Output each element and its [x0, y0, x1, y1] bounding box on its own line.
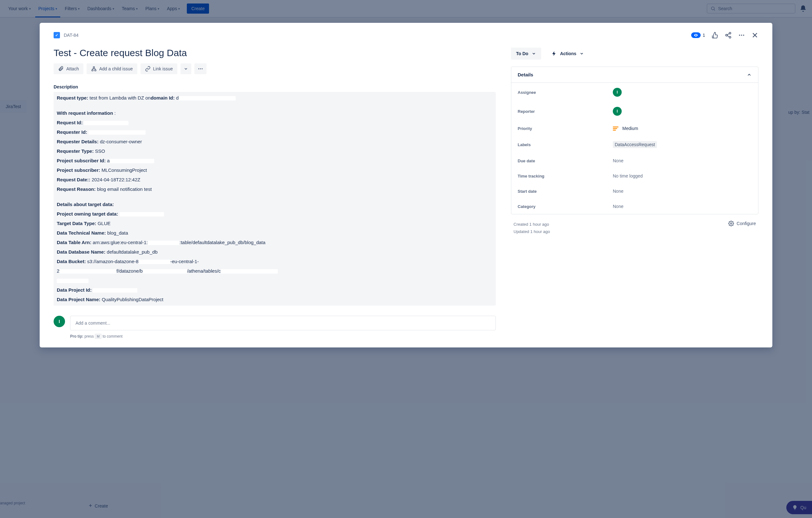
link-issue-button[interactable]: Link issue [141, 63, 177, 74]
current-user-avatar: I [54, 316, 65, 327]
assignee-field[interactable]: Assignee I [511, 83, 758, 102]
label-tag[interactable]: DataAccessRequest [613, 141, 657, 148]
more-icon [738, 32, 745, 39]
close-button[interactable] [751, 32, 758, 39]
protip-text: Pro tip: press M to comment [70, 334, 496, 339]
link-issue-dropdown[interactable] [180, 63, 191, 74]
labels-field[interactable]: Labels DataAccessRequest [511, 136, 758, 153]
share-icon [725, 32, 732, 39]
reporter-avatar: I [613, 107, 622, 116]
assignee-avatar: I [613, 88, 622, 97]
chevron-down-icon [531, 51, 536, 56]
svg-point-4 [729, 36, 731, 38]
issue-type-icon [54, 32, 60, 38]
svg-line-6 [727, 35, 729, 37]
svg-rect-14 [94, 70, 96, 71]
svg-point-2 [729, 32, 731, 34]
chevron-down-icon [580, 51, 584, 56]
configure-button[interactable]: Configure [728, 221, 756, 226]
reporter-field[interactable]: Reporter I [511, 102, 758, 121]
add-child-issue-button[interactable]: Add a child issue [87, 63, 137, 74]
link-icon [145, 66, 151, 72]
timestamps: Created 1 hour ago Updated 1 hour ago [514, 221, 550, 236]
category-field[interactable]: Category None [511, 199, 758, 214]
svg-point-9 [743, 35, 745, 36]
svg-point-18 [730, 223, 732, 224]
attach-icon [58, 66, 64, 72]
issue-title[interactable]: Test - Create request Blog Data [54, 48, 496, 58]
details-panel: Details Assignee I Reporter I [511, 67, 758, 214]
thumbs-up-icon [712, 32, 719, 39]
share-button[interactable] [725, 32, 732, 39]
more-icon [198, 66, 203, 72]
issue-key[interactable]: DAT-84 [64, 33, 78, 38]
chevron-up-icon [747, 72, 752, 78]
svg-point-17 [202, 68, 203, 69]
chevron-down-icon [184, 67, 188, 71]
comment-input[interactable]: Add a comment... [70, 316, 496, 330]
issue-modal: DAT-84 1 Test - Cre [40, 23, 772, 347]
actions-dropdown[interactable]: Actions [549, 48, 586, 60]
start-date-field[interactable]: Start date None [511, 184, 758, 199]
svg-rect-12 [93, 67, 94, 68]
due-date-field[interactable]: Due date None [511, 153, 758, 168]
details-toggle[interactable]: Details [511, 67, 758, 83]
svg-point-8 [741, 35, 742, 36]
attach-button[interactable]: Attach [54, 63, 83, 74]
svg-point-16 [200, 68, 201, 69]
like-button[interactable] [712, 32, 719, 39]
gear-icon [728, 221, 734, 226]
description-label: Description [54, 84, 496, 89]
svg-rect-13 [92, 70, 93, 71]
eye-icon [694, 33, 698, 37]
child-issue-icon [91, 66, 97, 72]
time-tracking-field[interactable]: Time tracking No time logged [511, 168, 758, 184]
status-dropdown[interactable]: To Do [511, 48, 541, 60]
svg-line-5 [727, 34, 729, 35]
close-icon [751, 32, 758, 39]
more-actions-button[interactable] [738, 32, 745, 39]
lightning-icon [551, 51, 557, 56]
svg-point-15 [198, 68, 199, 69]
watch-button[interactable]: 1 [691, 32, 705, 38]
svg-point-3 [726, 34, 728, 36]
svg-point-7 [739, 35, 740, 36]
more-content-button[interactable] [195, 63, 206, 74]
description-content[interactable]: Request type: test from Lambda with DZ o… [54, 92, 496, 306]
priority-medium-icon [613, 126, 618, 131]
priority-field[interactable]: Priority Medium [511, 121, 758, 136]
